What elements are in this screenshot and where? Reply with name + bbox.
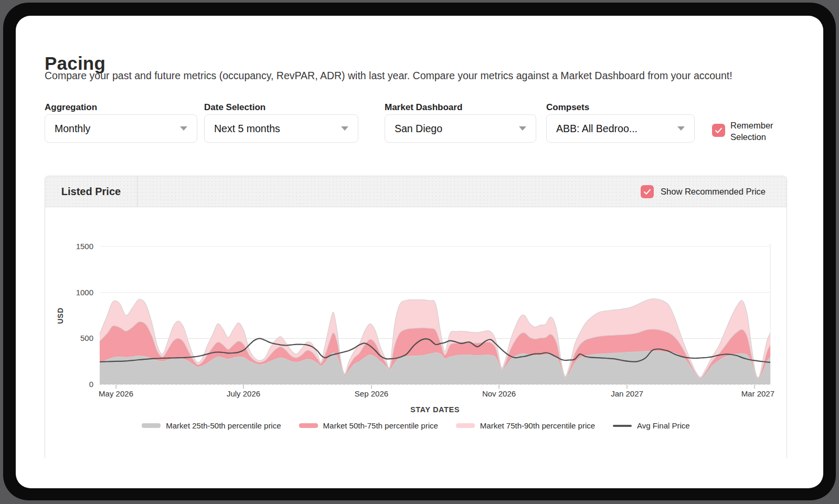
- date-selection-label: Date Selection: [204, 102, 358, 113]
- aggregation-select[interactable]: Monthly: [45, 114, 197, 143]
- chart-legend: Market 25th-50th percentile priceMarket …: [45, 421, 787, 430]
- svg-text:STAY DATES: STAY DATES: [410, 405, 460, 414]
- chevron-down-icon: [180, 126, 187, 131]
- legend-item[interactable]: Market 50th-75th percentile price: [299, 421, 438, 430]
- chevron-down-icon: [341, 126, 348, 131]
- checkmark-icon: [643, 187, 652, 196]
- compsets-value: ABB: All Bedroo...: [556, 123, 677, 135]
- aggregation-value: Monthly: [55, 123, 180, 135]
- compsets-select[interactable]: ABB: All Bedroo...: [546, 114, 695, 143]
- panel-tabbar: Listed Price Show Recommended Price: [45, 176, 787, 207]
- svg-text:Jan 2027: Jan 2027: [611, 389, 643, 398]
- svg-text:1500: 1500: [76, 242, 93, 251]
- chevron-down-icon: [519, 126, 526, 131]
- legend-area-swatch: [142, 423, 161, 428]
- pacing-panel: Listed Price Show Recommended Price 0500…: [45, 176, 787, 460]
- show-recommended-price-label: Show Recommended Price: [661, 187, 766, 197]
- aggregation-label: Aggregation: [45, 102, 197, 113]
- svg-text:May 2026: May 2026: [99, 389, 133, 398]
- filter-aggregation: Aggregation Monthly: [45, 102, 197, 113]
- tab-listed-price[interactable]: Listed Price: [45, 176, 137, 207]
- legend-area-swatch: [456, 423, 475, 428]
- svg-text:July 2026: July 2026: [227, 389, 260, 398]
- svg-text:500: 500: [80, 334, 93, 342]
- remember-selection-checkbox[interactable]: [712, 124, 725, 137]
- legend-line-swatch: [613, 425, 632, 427]
- legend-item[interactable]: Avg Final Price: [613, 421, 690, 430]
- remember-selection-label: Remember Selection: [730, 120, 788, 143]
- date-selection-select[interactable]: Next 5 months: [204, 114, 358, 143]
- chevron-down-icon: [677, 126, 685, 131]
- market-dashboard-value: San Diego: [395, 123, 519, 135]
- legend-label: Market 25th-50th percentile price: [166, 421, 281, 430]
- svg-text:Sep 2026: Sep 2026: [355, 389, 388, 398]
- app-window: Pacing Compare your past and future metr…: [16, 16, 823, 488]
- legend-label: Market 75th-90th percentile price: [480, 421, 595, 430]
- svg-text:Mar 2027: Mar 2027: [741, 389, 774, 398]
- filter-market-dashboard: Market Dashboard San Diego: [385, 102, 536, 113]
- date-selection-value: Next 5 months: [214, 123, 341, 135]
- legend-item[interactable]: Market 25th-50th percentile price: [142, 421, 281, 430]
- market-dashboard-select[interactable]: San Diego: [385, 114, 536, 143]
- page-subtitle: Compare your past and future metrics (oc…: [45, 70, 732, 82]
- pacing-chart: 050010001500USDMay 2026July 2026Sep 2026…: [45, 207, 787, 461]
- show-recommended-price-toggle: Show Recommended Price: [641, 176, 766, 207]
- show-recommended-price-checkbox[interactable]: [641, 185, 654, 198]
- svg-text:1000: 1000: [76, 288, 93, 297]
- legend-label: Market 50th-75th percentile price: [323, 421, 438, 430]
- svg-text:Nov 2026: Nov 2026: [482, 389, 516, 398]
- svg-text:USD: USD: [56, 307, 65, 324]
- checkmark-icon: [714, 126, 723, 135]
- filter-compsets: Compsets ABB: All Bedroo...: [546, 102, 695, 113]
- filter-date-selection: Date Selection Next 5 months: [204, 102, 358, 113]
- svg-text:0: 0: [89, 380, 93, 389]
- market-dashboard-label: Market Dashboard: [385, 102, 536, 113]
- legend-item[interactable]: Market 75th-90th percentile price: [456, 421, 595, 430]
- compsets-label: Compsets: [546, 102, 695, 113]
- legend-label: Avg Final Price: [637, 421, 690, 430]
- device-frame: Pacing Compare your past and future metr…: [3, 3, 836, 500]
- legend-area-swatch: [299, 423, 318, 428]
